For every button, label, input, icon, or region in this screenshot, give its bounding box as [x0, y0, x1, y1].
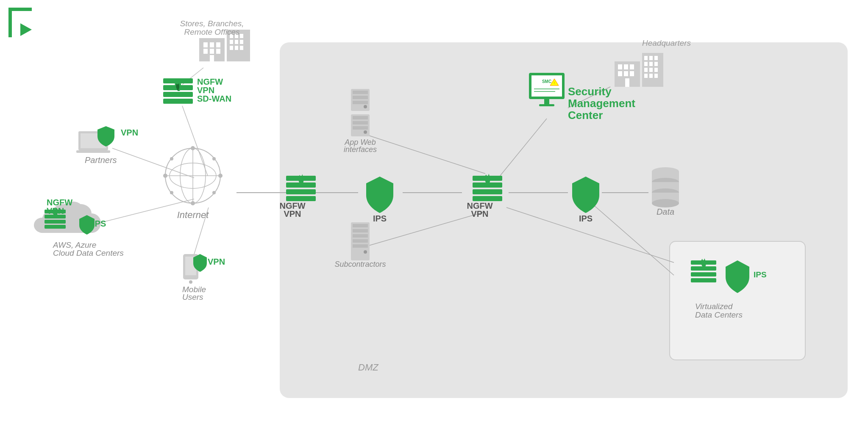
- svg-text:SD-WAN: SD-WAN: [197, 94, 231, 103]
- svg-rect-122: [531, 75, 562, 97]
- stores-ngfw-node: NGFW VPN SD-WAN: [163, 77, 231, 104]
- smc-label: Security: [568, 85, 612, 98]
- svg-rect-33: [203, 42, 208, 47]
- svg-rect-89: [353, 101, 368, 104]
- svg-rect-103: [353, 244, 368, 248]
- svg-point-90: [364, 105, 367, 108]
- aws-cloud-node: NGFW VPN IPS AWS, Azure Cloud Data Cente…: [34, 198, 124, 257]
- svg-point-28: [170, 157, 173, 160]
- svg-rect-108: [473, 189, 502, 194]
- svg-rect-82: [286, 196, 316, 201]
- svg-rect-43: [240, 34, 243, 38]
- svg-text:IPS: IPS: [373, 214, 387, 223]
- svg-rect-128: [544, 99, 549, 104]
- svg-rect-44: [230, 40, 233, 44]
- svg-rect-46: [240, 40, 243, 44]
- svg-text:VPN: VPN: [208, 257, 225, 266]
- svg-point-30: [170, 191, 173, 194]
- svg-rect-48: [235, 46, 238, 50]
- svg-rect-129: [539, 104, 554, 106]
- svg-rect-142: [644, 62, 648, 66]
- svg-point-95: [364, 130, 367, 134]
- svg-rect-131: [618, 64, 622, 69]
- svg-rect-49: [240, 46, 243, 50]
- svg-rect-134: [618, 71, 622, 76]
- svg-rect-88: [353, 96, 368, 99]
- svg-text:Cloud Data Centers: Cloud Data Centers: [53, 249, 124, 257]
- mobile-users-node: VPN Mobile Users: [182, 254, 225, 301]
- vdc-ngfw: [691, 258, 716, 282]
- svg-rect-144: [654, 62, 658, 66]
- svg-text:VPN: VPN: [197, 86, 214, 95]
- svg-rect-93: [353, 121, 368, 124]
- internet-globe: Internet: [163, 146, 223, 220]
- svg-point-27: [191, 201, 195, 205]
- svg-rect-100: [353, 229, 368, 232]
- svg-rect-150: [654, 74, 658, 78]
- svg-rect-34: [210, 42, 214, 47]
- svg-rect-102: [353, 239, 368, 243]
- dmz-label: DMZ: [358, 362, 379, 373]
- svg-rect-141: [654, 56, 658, 60]
- svg-rect-81: [286, 189, 316, 194]
- svg-point-29: [212, 157, 216, 160]
- vdc-box: [670, 241, 805, 360]
- svg-rect-92: [353, 116, 368, 119]
- svg-text:IPS: IPS: [754, 270, 767, 279]
- svg-rect-148: [644, 74, 648, 78]
- svg-text:NGFW: NGFW: [197, 77, 223, 86]
- svg-point-104: [364, 250, 367, 254]
- svg-rect-87: [353, 91, 368, 94]
- svg-rect-39: [210, 55, 214, 61]
- svg-point-25: [218, 174, 223, 178]
- svg-rect-38: [216, 49, 220, 54]
- svg-text:VPN: VPN: [121, 128, 138, 137]
- svg-rect-155: [691, 278, 716, 282]
- svg-point-26: [191, 146, 195, 150]
- svg-rect-145: [644, 68, 648, 72]
- svg-text:VPN: VPN: [471, 209, 488, 218]
- svg-rect-109: [473, 196, 502, 201]
- svg-text:Stores, Branches,: Stores, Branches,: [180, 19, 244, 28]
- svg-rect-143: [649, 62, 653, 66]
- svg-text:VPN: VPN: [284, 209, 301, 218]
- svg-rect-154: [691, 272, 716, 276]
- svg-rect-45: [235, 40, 238, 44]
- svg-rect-149: [649, 74, 653, 78]
- svg-rect-99: [353, 224, 368, 227]
- svg-point-31: [212, 191, 216, 194]
- svg-text:IPS: IPS: [579, 214, 593, 223]
- svg-rect-101: [353, 234, 368, 238]
- svg-rect-61: [76, 150, 110, 153]
- svg-text:Subcontractors: Subcontractors: [334, 260, 386, 268]
- svg-rect-54: [163, 92, 193, 97]
- svg-rect-37: [210, 49, 214, 54]
- svg-rect-35: [216, 42, 220, 47]
- logo: [8, 8, 32, 37]
- svg-rect-36: [203, 49, 208, 54]
- svg-text:Data: Data: [657, 207, 674, 216]
- svg-text:Users: Users: [182, 293, 203, 301]
- svg-text:Remote Offices: Remote Offices: [184, 28, 240, 36]
- svg-rect-0: [8, 8, 12, 37]
- svg-rect-146: [649, 68, 653, 72]
- svg-text:IPS: IPS: [92, 219, 106, 228]
- vdc-label: Virtualized: [695, 302, 733, 311]
- svg-rect-140: [649, 56, 653, 60]
- stores-building: Stores, Branches, Remote Offices: [180, 19, 250, 61]
- svg-rect-66: [45, 220, 66, 224]
- svg-point-24: [163, 174, 167, 178]
- svg-text:SMC: SMC: [542, 79, 551, 84]
- svg-text:!: !: [554, 81, 555, 84]
- svg-text:NGFW: NGFW: [47, 198, 72, 207]
- partners-node: VPN Partners: [76, 126, 138, 165]
- svg-rect-132: [624, 64, 628, 69]
- svg-line-8: [182, 106, 208, 176]
- svg-rect-139: [644, 56, 648, 60]
- svg-text:Partners: Partners: [85, 155, 117, 165]
- svg-marker-2: [20, 23, 32, 36]
- svg-point-119: [652, 199, 679, 207]
- svg-rect-1: [8, 8, 32, 11]
- internet-label: Internet: [177, 210, 209, 220]
- svg-text:interfaces: interfaces: [344, 145, 377, 154]
